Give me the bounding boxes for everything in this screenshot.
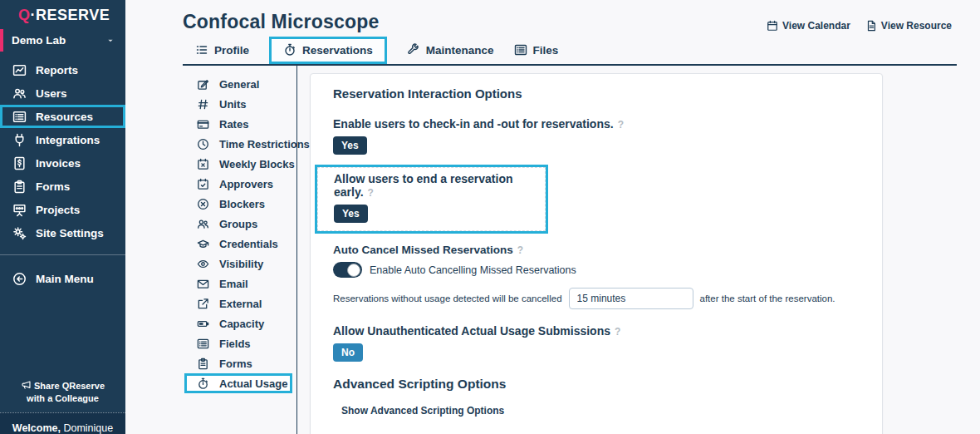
page-header: Confocal Microscope View CalendarView Re… bbox=[125, 0, 980, 33]
sidebar-item-resources[interactable]: Resources bbox=[0, 105, 125, 128]
sidebar-item-label: Resources bbox=[36, 111, 93, 123]
share-qreserve-link[interactable]: Share QReserve with a Colleague bbox=[0, 373, 125, 412]
subnav-item-label: Email bbox=[219, 278, 248, 290]
sidebar-item-forms[interactable]: Forms bbox=[0, 175, 125, 198]
subnav-item-groups[interactable]: Groups bbox=[184, 214, 296, 234]
subnav-item-credentials[interactable]: Credentials bbox=[184, 234, 296, 254]
subnav-item-external[interactable]: External bbox=[184, 293, 296, 313]
stopwatch-icon bbox=[283, 43, 296, 57]
invoice-icon bbox=[12, 156, 27, 170]
sidebar-item-label: Integrations bbox=[36, 134, 100, 146]
subnav-item-label: Time Restrictions bbox=[219, 138, 310, 150]
subnav-item-time-restrictions[interactable]: Time Restrictions bbox=[184, 134, 296, 154]
setting-unauthenticated-usage: Allow Unauthenticated Actual Usage Submi… bbox=[333, 324, 869, 362]
tab-reservations[interactable]: Reservations bbox=[269, 37, 387, 64]
battery-icon bbox=[197, 318, 209, 330]
sidebar-item-projects[interactable]: Projects bbox=[0, 198, 125, 221]
lab-selector[interactable]: Demo Lab bbox=[0, 29, 125, 52]
lab-name: Demo Lab bbox=[12, 34, 66, 47]
users-icon bbox=[197, 218, 209, 230]
subnav-item-visibility[interactable]: Visibility bbox=[184, 254, 296, 274]
logo-q: Q bbox=[18, 7, 31, 23]
sidebar-divider bbox=[0, 254, 125, 255]
checkin-label: Enable users to check-in and -out for re… bbox=[333, 117, 614, 131]
tab-files[interactable]: Files bbox=[514, 37, 559, 64]
subnav-item-fields[interactable]: Fields bbox=[184, 333, 296, 353]
list-box-icon bbox=[197, 338, 209, 350]
toggle-knob bbox=[347, 264, 360, 277]
subnav-item-label: Groups bbox=[219, 218, 257, 230]
help-icon[interactable]: ? bbox=[618, 119, 624, 131]
subnav-item-capacity[interactable]: Capacity bbox=[184, 313, 296, 333]
subnav-item-general[interactable]: General bbox=[184, 74, 296, 94]
setting-end-early: Allow users to end a reservation early.?… bbox=[317, 167, 546, 231]
action-label: View Calendar bbox=[782, 20, 850, 32]
subnav-item-label: Forms bbox=[219, 358, 252, 370]
tabs-bar: ProfileReservationsMaintenanceFiles bbox=[183, 37, 957, 66]
arrow-left-circle-icon bbox=[12, 272, 27, 286]
panel-wrap: Reservation Interaction Options Enable u… bbox=[297, 66, 980, 434]
help-icon[interactable]: ? bbox=[615, 326, 620, 338]
subnav-item-label: External bbox=[219, 298, 262, 310]
calendar-check-icon bbox=[197, 178, 209, 190]
tab-profile[interactable]: Profile bbox=[195, 37, 249, 64]
help-icon[interactable]: ? bbox=[517, 244, 523, 256]
subnav-item-approvers[interactable]: Approvers bbox=[184, 174, 296, 194]
unauthenticated-value-button[interactable]: No bbox=[333, 343, 363, 362]
subnav-item-label: Weekly Blocks bbox=[219, 158, 295, 170]
logo-reserve: ·RESERVE bbox=[31, 7, 110, 23]
plug-icon bbox=[12, 133, 27, 147]
header-actions: View CalendarView Resource bbox=[767, 11, 952, 32]
users-icon bbox=[12, 86, 27, 101]
cancel-delay-input[interactable] bbox=[569, 288, 693, 309]
calendar-x-icon bbox=[197, 158, 209, 170]
view-resource-button[interactable]: View Resource bbox=[865, 20, 952, 32]
auto-cancel-toggle[interactable] bbox=[333, 262, 362, 278]
tab-maintenance[interactable]: Maintenance bbox=[407, 37, 494, 64]
envelope-icon bbox=[197, 278, 209, 290]
file-icon bbox=[865, 20, 877, 32]
circle-x-icon bbox=[197, 198, 209, 210]
sidebar: Q·RESERVE Demo Lab ReportsUsersResources… bbox=[0, 0, 125, 434]
show-advanced-scripting-button[interactable]: Show Advanced Scripting Options bbox=[341, 405, 869, 417]
qreserve-logo[interactable]: Q·RESERVE bbox=[0, 0, 125, 26]
stopwatch-icon bbox=[197, 377, 209, 390]
clipboard-icon bbox=[197, 358, 209, 370]
sidebar-item-main-menu[interactable]: Main Menu bbox=[0, 267, 125, 290]
sidebar-item-users[interactable]: Users bbox=[0, 81, 125, 105]
sidebar-item-label: Reports bbox=[36, 64, 78, 76]
end-early-value-button[interactable]: Yes bbox=[334, 205, 368, 223]
subnav-item-rates[interactable]: Rates bbox=[184, 114, 296, 134]
tab-label: Profile bbox=[214, 44, 249, 57]
subnav-item-weekly-blocks[interactable]: Weekly Blocks bbox=[184, 154, 296, 174]
sidebar-item-reports[interactable]: Reports bbox=[0, 58, 125, 81]
end-early-label: Allow users to end a reservation early. bbox=[334, 172, 513, 199]
highlight-box-end-early: Allow users to end a reservation early.?… bbox=[315, 165, 548, 234]
sidebar-item-invoices[interactable]: Invoices bbox=[0, 151, 125, 175]
help-icon[interactable]: ? bbox=[368, 187, 374, 199]
content-area: GeneralUnitsRatesTime RestrictionsWeekly… bbox=[184, 66, 980, 434]
clock-icon bbox=[197, 138, 209, 150]
subnav-item-label: Credentials bbox=[219, 238, 278, 250]
reservation-options-panel: Reservation Interaction Options Enable u… bbox=[310, 73, 883, 434]
subnav-item-actual-usage[interactable]: Actual Usage bbox=[184, 373, 292, 393]
sidebar-item-integrations[interactable]: Integrations bbox=[0, 128, 125, 151]
calendar-icon bbox=[767, 20, 778, 32]
welcome-bar: Welcome, Dominique bbox=[0, 412, 125, 434]
subnav-item-blockers[interactable]: Blockers bbox=[184, 194, 296, 214]
subnav-item-label: Visibility bbox=[219, 258, 263, 270]
resource-settings-subnav: GeneralUnitsRatesTime RestrictionsWeekly… bbox=[184, 66, 297, 434]
setting-checkin: Enable users to check-in and -out for re… bbox=[333, 117, 869, 155]
credit-card-icon bbox=[197, 118, 209, 131]
cancel-sentence-before: Reservations without usage detected will… bbox=[333, 293, 562, 303]
checkin-value-button[interactable]: Yes bbox=[333, 136, 367, 155]
subnav-item-forms[interactable]: Forms bbox=[184, 353, 296, 373]
sidebar-item-site-settings[interactable]: Site Settings bbox=[0, 221, 125, 244]
auto-cancel-title: Auto Cancel Missed Reservations bbox=[333, 244, 513, 256]
subnav-item-units[interactable]: Units bbox=[184, 94, 296, 114]
welcome-username: Dominique bbox=[63, 422, 113, 434]
view-calendar-button[interactable]: View Calendar bbox=[767, 20, 850, 32]
sidebar-item-label: Forms bbox=[36, 180, 70, 193]
megaphone-icon bbox=[21, 380, 32, 391]
subnav-item-email[interactable]: Email bbox=[184, 274, 296, 293]
